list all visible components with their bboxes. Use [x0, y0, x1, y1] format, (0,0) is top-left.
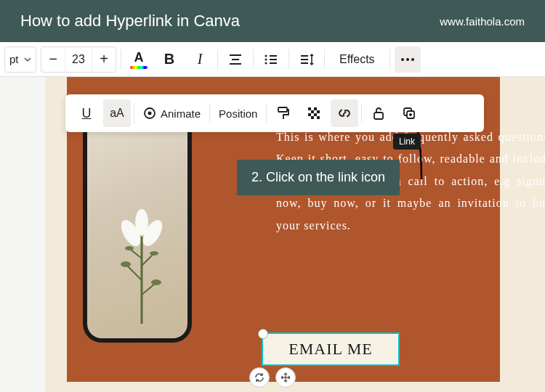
font-size-value[interactable]: 23 — [65, 47, 92, 72]
plant-illustration — [113, 193, 171, 324]
canvas-area[interactable]: This is where you add frequently asked q… — [0, 77, 545, 392]
tutorial-title: How to add Hyperlink in Canva — [20, 12, 240, 30]
list-icon — [264, 54, 278, 65]
italic-button[interactable]: I — [187, 46, 213, 73]
more-button[interactable] — [395, 46, 421, 73]
svg-point-8 — [135, 209, 148, 235]
svg-point-5 — [411, 58, 414, 61]
separator — [288, 49, 289, 70]
uppercase-label: aA — [110, 107, 124, 120]
transparency-button[interactable] — [300, 99, 328, 127]
svg-point-10 — [151, 279, 161, 285]
svg-point-4 — [406, 58, 409, 61]
underline-label: U — [82, 106, 92, 121]
spacing-icon — [299, 53, 314, 66]
list-button[interactable] — [258, 46, 284, 73]
svg-point-3 — [401, 58, 404, 61]
svg-rect-18 — [311, 110, 314, 113]
phone-mockup[interactable] — [83, 103, 192, 343]
color-spectrum-icon — [130, 66, 148, 69]
svg-rect-19 — [317, 110, 320, 113]
unlock-icon — [373, 107, 384, 120]
decrease-size-button[interactable]: − — [41, 47, 65, 72]
sync-icon — [254, 372, 265, 383]
more-icon — [400, 57, 415, 62]
svg-point-14 — [148, 112, 152, 115]
email-me-button[interactable]: EMAIL ME — [262, 332, 400, 366]
duplicate-button[interactable] — [395, 99, 423, 127]
tutorial-header: How to add Hyperlink in Canva www.faitho… — [0, 0, 545, 42]
font-family-select[interactable]: pt — [4, 46, 36, 73]
link-tooltip: Link — [393, 134, 421, 150]
animate-label: Animate — [161, 107, 201, 120]
svg-point-12 — [125, 246, 134, 250]
position-button[interactable]: Position — [213, 99, 263, 127]
svg-rect-20 — [308, 113, 311, 116]
chevron-down-icon — [24, 56, 31, 63]
increase-size-button[interactable]: + — [92, 47, 116, 72]
move-icon — [280, 372, 291, 383]
alignment-button[interactable] — [222, 46, 249, 73]
font-size-stepper: − 23 + — [41, 46, 116, 73]
svg-rect-23 — [317, 116, 320, 119]
instruction-callout: 2. Click on the link icon — [237, 160, 400, 195]
animate-icon — [143, 107, 156, 120]
svg-point-9 — [121, 261, 131, 267]
text-toolbar-secondary: U aA Animate Position — [65, 94, 484, 132]
separator — [389, 49, 390, 70]
bold-button[interactable]: B — [156, 46, 182, 73]
phone-screen-image — [87, 107, 187, 338]
link-button[interactable] — [331, 99, 358, 127]
page-controls — [249, 367, 296, 388]
svg-point-11 — [150, 251, 158, 256]
svg-rect-24 — [374, 113, 383, 119]
separator — [209, 103, 210, 123]
svg-rect-17 — [314, 107, 317, 110]
text-color-button[interactable]: A — [126, 46, 152, 73]
svg-rect-22 — [311, 116, 314, 119]
animate-button[interactable]: Animate — [137, 99, 206, 127]
separator — [361, 103, 362, 123]
text-toolbar-primary: pt − 23 + A B I Effects — [0, 42, 545, 77]
paint-roller-icon — [277, 106, 290, 121]
underline-button[interactable]: U — [73, 99, 100, 127]
format-painter-button[interactable] — [270, 99, 297, 127]
svg-point-2 — [265, 62, 267, 64]
svg-point-1 — [265, 58, 267, 60]
svg-point-0 — [265, 54, 267, 57]
separator — [217, 49, 218, 70]
tutorial-source-url: www.faithola.com — [440, 15, 525, 28]
transparency-icon — [307, 106, 321, 121]
effects-button[interactable]: Effects — [329, 46, 385, 73]
separator — [134, 103, 134, 123]
link-icon — [337, 106, 352, 121]
separator — [253, 49, 254, 70]
font-family-label: pt — [9, 53, 19, 65]
lock-button[interactable] — [365, 99, 392, 127]
duplicate-icon — [403, 107, 416, 120]
sync-button[interactable] — [249, 367, 270, 388]
separator — [324, 49, 325, 70]
separator — [121, 49, 121, 70]
align-icon — [228, 54, 243, 65]
email-me-label: EMAIL ME — [288, 340, 372, 359]
svg-rect-16 — [308, 107, 311, 110]
move-button[interactable] — [275, 367, 296, 388]
svg-rect-15 — [278, 107, 287, 112]
italic-label: I — [198, 51, 203, 68]
svg-rect-21 — [314, 113, 317, 116]
text-color-letter: A — [134, 50, 144, 65]
selection-handle[interactable] — [258, 329, 268, 339]
uppercase-button[interactable]: aA — [103, 99, 131, 127]
separator — [266, 103, 267, 123]
bold-label: B — [164, 51, 174, 68]
spacing-button[interactable] — [294, 46, 320, 73]
